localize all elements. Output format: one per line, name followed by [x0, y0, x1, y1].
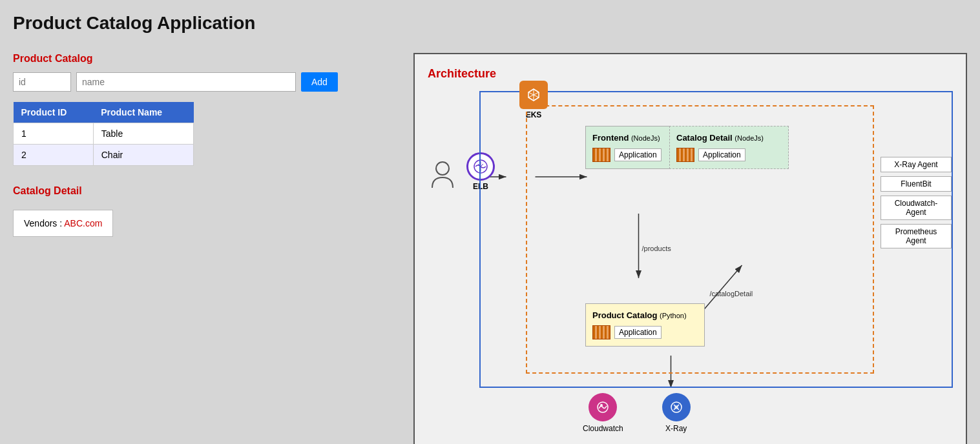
catalog-detail-title: Catalog Detail — [13, 185, 401, 197]
catalog-detail-arch-box: Catalog Detail (NodeJs) Application — [669, 126, 789, 169]
xray-icon — [662, 393, 691, 421]
table-row: Chair — [93, 145, 193, 166]
cloudwatch-icon — [589, 393, 617, 421]
agent-box: FluentBit — [881, 176, 952, 192]
architecture-panel: Architecture /products /catalogDetail — [413, 53, 967, 444]
agent-box: Cloudwatch-Agent — [881, 196, 952, 220]
blue-container: EKS Frontend (NodeJs) Application — [479, 91, 953, 388]
id-input[interactable] — [13, 72, 71, 92]
bottom-services: Cloudwatch X-Ray — [583, 393, 691, 433]
vendors-label: Vendors : — [24, 218, 62, 228]
product-catalog-arch-title: Product Catalog (Python) — [592, 310, 698, 320]
arch-title: Architecture — [428, 67, 953, 81]
name-input[interactable] — [76, 72, 296, 92]
add-button[interactable]: Add — [301, 72, 338, 92]
catalog-detail-app-badge: Application — [676, 148, 782, 162]
product-table: Product ID Product Name 1Table2Chair — [13, 102, 194, 166]
orange-dashed-container: Frontend (NodeJs) Application Product Ca… — [526, 105, 874, 374]
product-catalog-title: Product Catalog — [13, 53, 401, 65]
xray-service: X-Ray — [662, 393, 691, 433]
frontend-app-label: Application — [614, 148, 662, 161]
user-icon — [431, 161, 454, 189]
catalog-detail-app-label: Application — [698, 148, 745, 161]
add-form: Add — [13, 72, 401, 92]
arch-diagram: /products /catalogDetail — [428, 91, 953, 439]
svg-point-19 — [674, 405, 678, 409]
agents-column: X-Ray AgentFluentBitCloudwatch-AgentProm… — [881, 157, 952, 248]
catalog-detail-arch-title: Catalog Detail (NodeJs) — [676, 133, 782, 143]
product-catalog-app-label: Application — [614, 326, 662, 339]
page-title: Product Catalog Application — [13, 13, 967, 34]
table-row: Table — [93, 123, 193, 145]
agent-box: Prometheus Agent — [881, 224, 952, 248]
agent-box: X-Ray Agent — [881, 157, 952, 172]
cloudwatch-label: Cloudwatch — [583, 424, 623, 433]
svg-point-17 — [600, 404, 603, 407]
col-product-name: Product Name — [93, 102, 193, 123]
table-row: 2 — [14, 145, 94, 166]
col-product-id: Product ID — [14, 102, 94, 123]
table-row: 1 — [14, 123, 94, 145]
svg-point-8 — [436, 162, 449, 175]
product-catalog-striped-icon — [592, 325, 610, 339]
catalog-detail-striped-icon — [676, 148, 694, 162]
left-panel: Product Catalog Add Product ID Product N… — [13, 53, 401, 444]
xray-label: X-Ray — [665, 424, 687, 433]
product-catalog-arch-box: Product Catalog (Python) Application — [585, 303, 705, 347]
catalog-detail-box: Vendors : ABC.com — [13, 210, 113, 237]
vendor-link[interactable]: ABC.com — [64, 218, 102, 228]
frontend-striped-icon — [592, 148, 610, 162]
cloudwatch-service: Cloudwatch — [583, 393, 623, 433]
product-catalog-app-badge: Application — [592, 325, 698, 339]
